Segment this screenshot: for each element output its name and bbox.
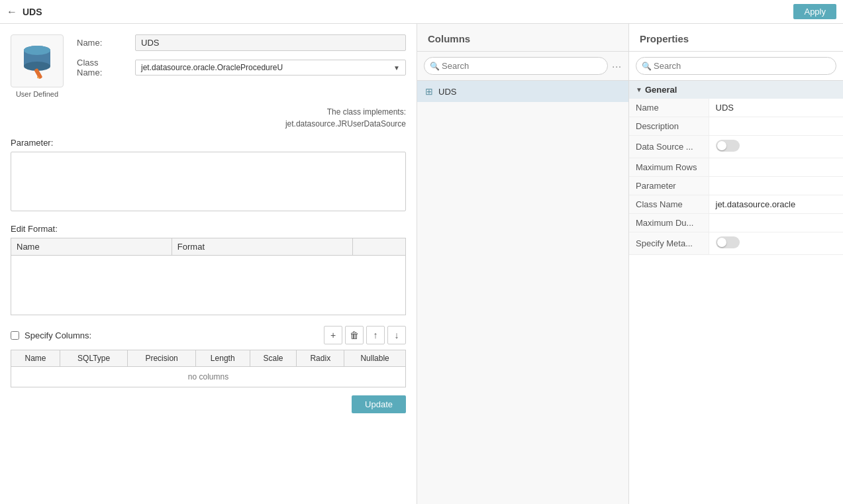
col-header-length: Length [195,350,250,367]
prop-value [709,117,843,136]
col-header-nullable: Nullable [344,350,406,367]
fields-area: Name: Class Name: jet.datasource.oracle.… [77,34,406,77]
specify-columns-label: Specify Columns: [25,330,91,340]
columns-panel: Columns 🔍 ··· ⊞ UDS [417,24,629,504]
class-implements-text: The class implements: jet.datasource.JRU… [11,106,406,130]
table-icon: ⊞ [425,86,433,97]
format-table: Name Format [11,238,406,315]
class-label: Class Name: [77,58,130,77]
icon-name-row: User Defined Name: Class Name: jet.datas… [11,34,406,98]
icon-container: User Defined [11,34,64,98]
column-item-label: UDS [438,87,456,97]
properties-search-input[interactable] [636,57,836,75]
left-panel: User Defined Name: Class Name: jet.datas… [0,24,417,504]
chevron-down-icon: ▼ [636,86,642,93]
specify-columns-row: Specify Columns: + 🗑 ↑ ↓ [11,326,406,344]
main-layout: User Defined Name: Class Name: jet.datas… [0,24,843,504]
properties-search-wrapper: 🔍 [636,57,836,75]
table-row: Maximum Rows [629,158,843,177]
prop-value [709,177,843,195]
columns-search-row: 🔍 ··· [417,52,628,81]
properties-table: NameUDSDescriptionData Source ...Maximum… [629,99,843,255]
class-name-field-row: Class Name: jet.datasource.oracle.Oracle… [77,58,406,77]
back-button[interactable]: ← [7,6,17,18]
table-row: NameUDS [629,99,843,117]
update-button[interactable]: Update [352,395,406,413]
no-columns-text: no columns [11,367,406,387]
prop-value: jet.datasource.oracle [709,195,843,214]
properties-panel: Properties 🔍 ▼ General NameUDSDescriptio… [629,24,843,504]
top-bar: ← UDS Apply [0,0,843,24]
columns-search-wrapper: 🔍 [424,57,608,75]
prop-key: Class Name [629,195,709,214]
table-row: Maximum Du... [629,214,843,232]
table-row: Class Namejet.datasource.oracle [629,195,843,214]
toggle-switch[interactable] [716,236,740,248]
prop-value [709,214,843,232]
columns-panel-header: Columns [417,24,628,52]
edit-format-label: Edit Format: [11,224,406,234]
general-label: General [645,85,677,95]
table-row: Parameter [629,177,843,195]
move-down-button[interactable]: ↓ [387,326,406,344]
name-input[interactable] [135,34,406,51]
prop-value[interactable] [709,232,843,255]
col-header-scale: Scale [250,350,297,367]
class-name-dropdown[interactable]: jet.datasource.oracle.OracleProcedureU ▼ [135,60,406,76]
svg-point-3 [24,46,50,55]
more-options-button[interactable]: ··· [612,61,622,72]
edit-format-section: Edit Format: Name Format [11,224,406,315]
page-title: UDS [23,7,42,17]
apply-button[interactable]: Apply [793,4,836,19]
general-section-header: ▼ General [629,81,843,99]
format-col-name: Name [11,238,172,256]
specify-columns-checkbox[interactable] [11,331,19,340]
table-row: Specify Meta... [629,232,843,255]
prop-key: Maximum Du... [629,214,709,232]
delete-column-button[interactable]: 🗑 [345,326,364,344]
col-header-precision: Precision [128,350,196,367]
prop-value [709,158,843,177]
prop-key: Name [629,99,709,117]
prop-key: Specify Meta... [629,232,709,255]
table-row: Data Source ... [629,136,843,158]
col-header-sqltype: SQLType [60,350,128,367]
prop-value: UDS [709,99,843,117]
icon-label: User Defined [16,90,58,98]
parameter-section: Parameter: [11,138,406,224]
prop-key: Maximum Rows [629,158,709,177]
columns-search-input[interactable] [424,57,608,75]
no-columns-row: no columns [11,367,406,387]
list-item[interactable]: ⊞ UDS [417,81,628,102]
specify-columns-buttons: + 🗑 ↑ ↓ [324,326,406,344]
table-row: Description [629,117,843,136]
prop-key: Description [629,117,709,136]
toggle-switch[interactable] [716,140,740,152]
properties-search-row: 🔍 [629,52,843,81]
format-col-format: Format [172,238,352,256]
parameter-textarea[interactable] [11,152,406,211]
move-up-button[interactable]: ↑ [366,326,385,344]
name-field-row: Name: [77,34,406,51]
add-column-button[interactable]: + [324,326,342,344]
chevron-down-icon: ▼ [393,64,400,72]
col-header-radix: Radix [297,350,344,367]
col-header-name: Name [11,350,60,367]
top-bar-left: ← UDS [7,6,42,18]
format-col-extra [353,238,406,256]
columns-table: NameSQLTypePrecisionLengthScaleRadixNull… [11,350,406,387]
datasource-icon [11,34,64,87]
prop-key: Parameter [629,177,709,195]
prop-key: Data Source ... [629,136,709,158]
columns-list: ⊞ UDS [417,81,628,102]
prop-value[interactable] [709,136,843,158]
parameter-label: Parameter: [11,138,406,148]
name-label: Name: [77,38,130,48]
specify-columns-left: Specify Columns: [11,330,91,340]
class-name-value: jet.datasource.oracle.OracleProcedureU [141,63,283,72]
properties-panel-header: Properties [629,24,843,52]
